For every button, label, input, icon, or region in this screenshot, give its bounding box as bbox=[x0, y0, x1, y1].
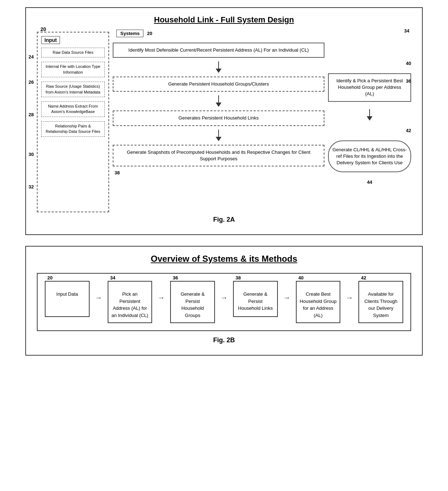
num-24: 24 bbox=[29, 54, 34, 60]
num-38: 38 bbox=[115, 170, 120, 175]
fig2b-boxes: 20 Input Data 34 Pick an Persistent Addr… bbox=[37, 273, 411, 331]
systems-box: Systems bbox=[116, 30, 143, 37]
input-column: Input 24 Raw Data Source Files 26 Intern… bbox=[37, 32, 109, 212]
num-28: 28 bbox=[29, 112, 34, 117]
fig2b-title: Overview of Systems & its Methods bbox=[37, 254, 411, 264]
input-box: Input 24 Raw Data Source Files 26 Intern… bbox=[37, 32, 109, 212]
arrow-r-0 bbox=[95, 281, 102, 302]
fig2b-box-4: 40 Create Best Household Group for an Ad… bbox=[296, 281, 341, 323]
process-box-3: Generates Persistent Household Links bbox=[113, 110, 324, 126]
arrow1 bbox=[216, 61, 221, 73]
arrow-r-2 bbox=[220, 281, 228, 302]
num-40-label: 40 bbox=[328, 61, 411, 66]
systems-num: 20 bbox=[147, 31, 152, 36]
input-label: Input bbox=[41, 36, 60, 44]
arrow4 bbox=[328, 109, 411, 121]
arrow-r-4 bbox=[346, 281, 353, 302]
process-box-5: Identify & Pick a Persistent Best Househ… bbox=[328, 73, 411, 102]
side-process-col: 40 Identify & Pick a Persistent Best Hou… bbox=[328, 61, 411, 212]
fig2b-box-2: 36 Generate & Persist Household Groups bbox=[170, 281, 215, 323]
num-36-label: 36 bbox=[406, 78, 411, 84]
num-44-label: 44 bbox=[328, 179, 411, 185]
fig2a-inner: Input 24 Raw Data Source Files 26 Intern… bbox=[37, 32, 411, 212]
arrow2 bbox=[216, 95, 221, 107]
num-30: 30 bbox=[29, 152, 34, 157]
process-box-6: Generate CL/HHL & AL/HHL Cross-ref Files… bbox=[328, 140, 411, 173]
fig2b-box-1: 34 Pick an Persistent Address (AL) for a… bbox=[108, 281, 152, 323]
right-process-area: Systems 20 34 Identify Most Defensible C… bbox=[113, 32, 411, 212]
input-item-4: Relationship Pairs & Relationship Data S… bbox=[41, 121, 105, 137]
fig2b-container: Overview of Systems & its Methods 20 Inp… bbox=[25, 246, 423, 356]
main-process-col: Identify Most Defensible Current/Recent … bbox=[113, 43, 324, 212]
input-item-0: Raw Data Source Files bbox=[41, 48, 105, 57]
box-num-0: 20 bbox=[47, 274, 52, 282]
box-num-1: 34 bbox=[110, 274, 115, 282]
box-num-4: 40 bbox=[298, 274, 303, 282]
num-20-top: 20 bbox=[40, 26, 46, 32]
arrow-r-1 bbox=[158, 281, 165, 302]
fig2b-label: Fig. 2B bbox=[37, 336, 411, 344]
input-item-3: Name Address Extract From Axiom's Knowle… bbox=[41, 101, 105, 117]
page-container: Household Link - Full System Design 20 I… bbox=[7, 7, 441, 356]
fig2b-box-5: 42 Available for Clients Through our Del… bbox=[358, 281, 403, 323]
box-num-5: 42 bbox=[361, 274, 366, 282]
process-box-2: Generate Persistent Household Groups/Clu… bbox=[113, 77, 324, 92]
box-num-3: 38 bbox=[236, 274, 241, 282]
num-32: 32 bbox=[29, 184, 34, 190]
input-item-2: Raw Source (Usage Statistics) from Axiom… bbox=[41, 82, 105, 97]
input-item-1: Internal File with Location Type Informa… bbox=[41, 62, 105, 77]
num-34: 34 bbox=[404, 28, 409, 34]
fig2a-title: Household Link - Full System Design bbox=[37, 15, 411, 25]
process-box-1: Identify Most Defensible Current/Recent … bbox=[113, 43, 324, 58]
fig2b-box-0: 20 Input Data bbox=[45, 281, 90, 317]
fig2a-container: Household Link - Full System Design 20 I… bbox=[25, 7, 423, 235]
fig2b-box-3: 38 Generate & Persist Household Links bbox=[233, 281, 278, 317]
num-26: 26 bbox=[29, 79, 34, 85]
fig2a-label: Fig. 2A bbox=[37, 216, 411, 223]
box-num-2: 36 bbox=[173, 274, 178, 282]
process-box-4: Generate Snapshots of Precomputed Househ… bbox=[113, 145, 324, 166]
systems-label-area: Systems 20 bbox=[116, 30, 152, 36]
arrow-r-3 bbox=[283, 281, 290, 302]
num-42-label: 42 bbox=[328, 128, 411, 133]
arrow3 bbox=[216, 130, 221, 141]
